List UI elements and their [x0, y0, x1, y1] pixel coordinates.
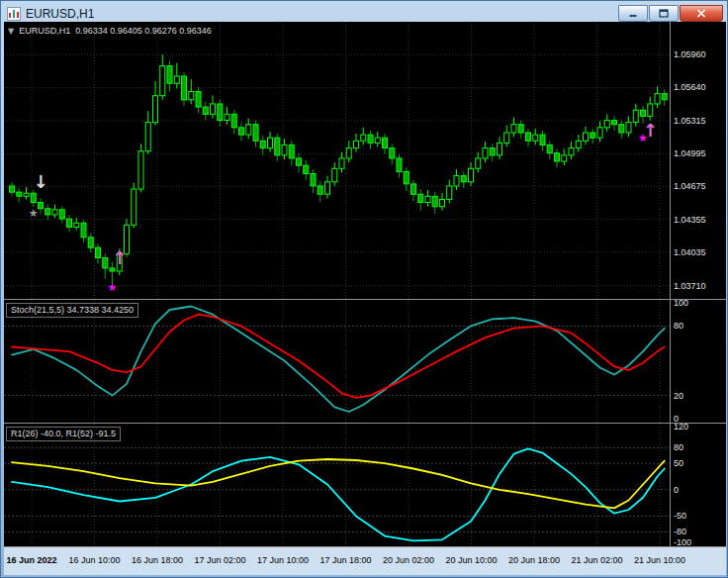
time-label: 16 Jun 2022: [6, 555, 56, 565]
r1-26-line: [12, 448, 665, 540]
price-label: 1.04675: [674, 181, 706, 191]
chart-symbol-readout: ▼ EURUSD,H1 0.96334 0.96405 0.96276 0.96…: [8, 26, 212, 36]
minimize-button[interactable]: [618, 5, 648, 22]
close-icon: [696, 9, 706, 18]
stoch-signal-line: [12, 315, 665, 398]
price-label: 1.04355: [674, 215, 706, 225]
time-label: 16 Jun 10:00: [68, 555, 120, 565]
time-label: 20 Jun 10:00: [445, 555, 497, 565]
time-label: 17 Jun 02:00: [194, 555, 245, 565]
time-label: 21 Jun 02:00: [571, 555, 622, 565]
time-label: 20 Jun 18:00: [508, 555, 560, 565]
chart-window-icon: [7, 7, 21, 21]
time-label: 17 Jun 18:00: [319, 555, 371, 565]
stoch-scale-label: 80: [674, 321, 683, 331]
r1-indicator-label: R1(26) -40.0, R1(52) -91.5: [6, 427, 121, 441]
stoch-panel-canvas[interactable]: [4, 300, 670, 423]
price-label: 1.03710: [674, 281, 706, 291]
close-button[interactable]: [680, 5, 723, 22]
ohlc-readout: 0.96334 0.96405 0.96276 0.96346: [75, 26, 212, 36]
price-label: 1.05315: [674, 116, 706, 126]
r1-scale-label: 0: [674, 485, 679, 495]
chart-window: EURUSD,H1 ↓★↑★↑★ ▼ EURUSD,H1 0.96334 0.9…: [0, 0, 728, 578]
time-label: 16 Jun 18:00: [132, 555, 183, 565]
window-title: EURUSD,H1: [26, 7, 94, 21]
r1-scale-label: 80: [674, 442, 683, 452]
trade-markers: ↓★↑★↑★: [29, 120, 658, 294]
arrow-down-marker: ↓: [33, 171, 47, 192]
maximize-icon: [659, 9, 669, 18]
r1-scale-label: 50: [674, 458, 683, 468]
maximize-button[interactable]: [649, 5, 679, 22]
chart-menu-arrow-icon[interactable]: ▼: [8, 27, 14, 36]
price-scale[interactable]: 1.059601.056401.053151.049951.046751.043…: [671, 22, 726, 546]
chart-symbol-label: EURUSD,H1: [19, 26, 70, 36]
stoch-scale-label: 100: [674, 298, 688, 308]
time-label: 20 Jun 02:00: [383, 555, 434, 565]
stoch-scale-label: 20: [674, 391, 683, 401]
star-marker: ★: [29, 207, 39, 220]
titlebar[interactable]: EURUSD,H1: [1, 1, 727, 24]
r1-scale-label: -80: [674, 527, 686, 536]
time-label: 17 Jun 10:00: [257, 555, 309, 565]
price-label: 1.04995: [674, 148, 706, 158]
main-chart-canvas[interactable]: ↓★↑★↑★: [4, 22, 670, 299]
time-axis[interactable]: 16 Jun 202216 Jun 10:0016 Jun 18:0017 Ju…: [4, 546, 726, 575]
stoch-indicator-label: Stoch(21,5,5) 34.7338 34.4250: [6, 303, 138, 318]
star-marker: ★: [638, 132, 648, 144]
r1-52-line: [12, 459, 665, 508]
price-label: 1.05640: [674, 82, 706, 92]
price-label: 1.05960: [674, 49, 706, 59]
arrow-up-marker: ↑: [112, 247, 127, 268]
candles-series: [10, 54, 668, 284]
r1-scale-label: 120: [674, 422, 688, 432]
r1-scale-label: -50: [674, 511, 686, 521]
chart-area[interactable]: ↓★↑★↑★ ▼ EURUSD,H1 0.96334 0.96405 0.962…: [4, 22, 726, 575]
minimize-icon: [628, 9, 638, 18]
price-label: 1.04035: [674, 247, 706, 257]
star-marker: ★: [108, 281, 118, 294]
r1-panel-canvas[interactable]: [4, 424, 670, 546]
time-label: 21 Jun 10:00: [634, 555, 685, 565]
